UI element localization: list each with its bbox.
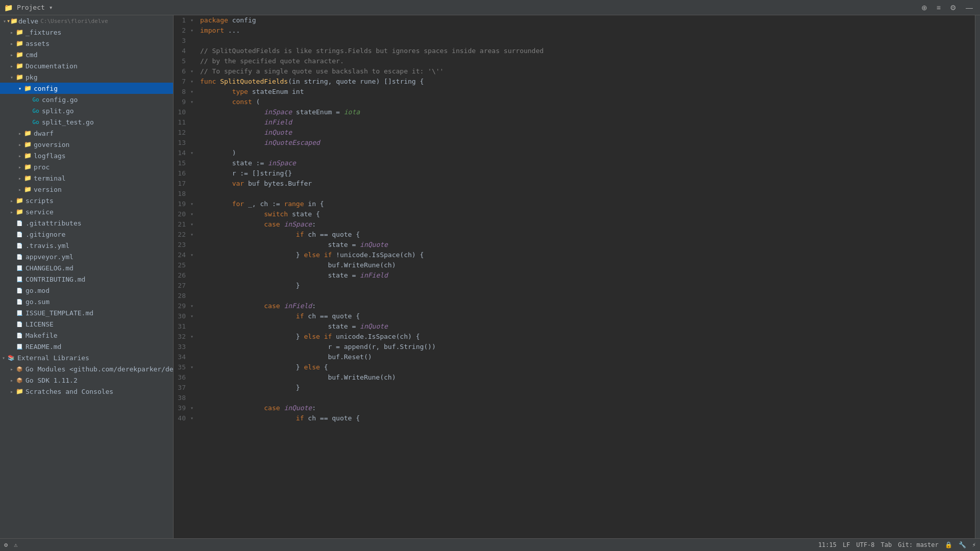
sidebar-item-logflags[interactable]: 📁 logflags — [0, 150, 173, 161]
arrow-dwarf — [16, 131, 23, 136]
sidebar-item-appveyor-yml[interactable]: 📄 appveyor.yml — [0, 251, 173, 262]
sidebar-item-dwarf[interactable]: 📁 dwarf — [0, 128, 173, 139]
sidebar-item-fixtures[interactable]: 📁 _fixtures — [0, 27, 173, 38]
fold-39[interactable]: ▾ — [188, 403, 196, 413]
sidebar-item-terminal[interactable]: 📁 terminal — [0, 172, 173, 184]
sidebar-item-service[interactable]: 📁 service — [0, 206, 173, 217]
fold-7[interactable]: ▾ — [188, 77, 196, 87]
status-indent[interactable]: Tab — [881, 541, 892, 548]
arrow-config — [16, 86, 23, 91]
sidebar-item-gitignore[interactable]: 📄 .gitignore — [0, 229, 173, 240]
arrow-goversion — [16, 142, 23, 147]
sidebar-item-changelog-md[interactable]: 📃 CHANGELOG.md — [0, 262, 173, 273]
folder-icon-logflags: 📁 — [23, 152, 32, 160]
file-icon-readme-md: 📃 — [15, 342, 23, 350]
status-icon-power[interactable]: ⚡ — [972, 541, 976, 548]
folder-icon-pkg: 📁 — [15, 73, 23, 81]
fold-21[interactable]: ▾ — [188, 219, 196, 230]
sidebar-item-proc[interactable]: 📁 proc — [0, 161, 173, 172]
status-line-ending[interactable]: LF — [843, 541, 850, 548]
tree-path-delve: C:\Users\flori\delve — [40, 18, 108, 24]
fold-35[interactable]: ▾ — [188, 362, 196, 372]
fold-22[interactable]: ▾ — [188, 230, 196, 240]
fold-32[interactable]: ▾ — [188, 332, 196, 342]
sidebar-item-external-libraries[interactable]: 📚 External Libraries — [0, 352, 173, 363]
sidebar-item-scripts[interactable]: 📁 scripts — [0, 195, 173, 206]
tree-label-scratches: Scratches and Consoles — [26, 388, 113, 395]
sidebar-item-contributing-md[interactable]: 📃 CONTRIBUTING.md — [0, 273, 173, 285]
go-modules-icon: 📦 — [15, 365, 23, 373]
tree-label-pkg: pkg — [26, 73, 37, 81]
sidebar-item-travis-yml[interactable]: 📄 .travis.yml — [0, 240, 173, 251]
arrow-service — [8, 209, 15, 215]
sidebar-item-go-modules[interactable]: 📦 Go Modules <github.com/derekparker/del… — [0, 363, 173, 374]
minimize-button[interactable]: — — [963, 3, 976, 13]
tree-label-scripts: scripts — [26, 197, 54, 205]
status-encoding[interactable]: UTF-8 — [856, 541, 874, 548]
fold-29[interactable]: ▾ — [188, 301, 196, 311]
tree-label-assets: assets — [26, 40, 50, 47]
tree-label-appveyor-yml: appveyor.yml — [26, 253, 74, 261]
tree-root-delve[interactable]: ▾📁 delve C:\Users\flori\delve — [0, 15, 173, 27]
arrow-proc — [16, 164, 23, 170]
sidebar-item-issue-template[interactable]: 📃 ISSUE_TEMPLATE.md — [0, 307, 173, 318]
fold-40[interactable]: ▾ — [188, 413, 196, 423]
fold-14[interactable]: ▾ — [188, 148, 196, 158]
file-icon-contributing-md: 📃 — [15, 275, 23, 283]
status-bar: ⚙ ⚠ 11:15 LF UTF-8 Tab Git: master 🔒 🔧 ⚡ — [0, 538, 980, 551]
fold-30[interactable]: ▾ — [188, 311, 196, 321]
sidebar-item-license[interactable]: 📄 LICENSE — [0, 318, 173, 330]
fold-19[interactable]: ▾ — [188, 199, 196, 209]
fold-1[interactable]: ▾ — [188, 15, 196, 26]
sidebar-item-version[interactable]: 📁 version — [0, 184, 173, 195]
status-cursor-position: 11:15 — [818, 541, 837, 548]
sidebar-item-config-go[interactable]: Go config.go — [0, 94, 173, 105]
tree-label-contributing-md: CONTRIBUTING.md — [26, 276, 85, 283]
file-icon-config-go: Go — [32, 95, 40, 104]
sidebar-item-config[interactable]: 📁 config — [0, 83, 173, 94]
arrow-scratches — [8, 389, 15, 394]
fold-2[interactable]: ▾ — [188, 26, 196, 36]
tree-label-issue-template: ISSUE_TEMPLATE.md — [26, 309, 93, 317]
arrow-terminal — [16, 176, 23, 181]
sidebar-item-scratches[interactable]: 📁 Scratches and Consoles — [0, 386, 173, 397]
sidebar-item-split-go[interactable]: Go split.go — [0, 105, 173, 116]
fold-8[interactable]: ▾ — [188, 87, 196, 97]
status-icon-settings[interactable]: ⚙ — [4, 541, 8, 548]
sidebar-tree: ▾📁 delve C:\Users\flori\delve 📁 _fixture… — [0, 15, 173, 538]
sidebar-item-makefile[interactable]: 📄 Makefile — [0, 330, 173, 341]
settings-button[interactable]: ⚙ — [947, 3, 960, 13]
sidebar-item-goversion[interactable]: 📁 goversion — [0, 139, 173, 150]
tree-label-go-sdk: Go SDK 1.11.2 — [26, 377, 78, 384]
sidebar-item-go-mod[interactable]: 📄 go.mod — [0, 285, 173, 296]
sidebar-item-assets[interactable]: 📁 assets — [0, 38, 173, 49]
fold-9[interactable]: ▾ — [188, 97, 196, 107]
fold-20[interactable]: ▾ — [188, 209, 196, 219]
collapse-all-button[interactable]: ≡ — [934, 3, 944, 13]
code-editor[interactable]: package config import ... // SplitQuoted… — [196, 15, 975, 538]
sidebar-item-cmd[interactable]: 📁 cmd — [0, 49, 173, 60]
editor-content[interactable]: 1 2 3 4 5 6 7 8 9 10 11 12 13 14 15 16 1… — [174, 15, 980, 538]
sidebar-item-readme-md[interactable]: 📃 README.md — [0, 341, 173, 352]
scrollbar-right[interactable] — [975, 15, 980, 538]
status-vcs[interactable]: Git: master — [898, 541, 938, 548]
fold-24[interactable]: ▾ — [188, 250, 196, 260]
arrow-go-sdk — [8, 378, 15, 383]
sidebar-item-pkg[interactable]: 📁 pkg — [0, 71, 173, 83]
sidebar-item-documentation[interactable]: 📁 Documentation — [0, 60, 173, 71]
tree-label-gitattributes: .gitattributes — [26, 219, 82, 227]
sidebar-item-split-test-go[interactable]: Go split_test.go — [0, 116, 173, 128]
file-icon-split-test-go: Go — [32, 118, 40, 126]
status-icon-lock: 🔒 — [945, 541, 952, 548]
title-dropdown-icon[interactable]: ▾ — [49, 4, 53, 11]
add-content-button[interactable]: ⊕ — [918, 3, 930, 13]
status-icon-tools[interactable]: 🔧 — [959, 541, 966, 548]
sidebar-item-go-sum[interactable]: 📄 go.sum — [0, 296, 173, 307]
tree-label-external-libraries: External Libraries — [17, 354, 89, 362]
title-bar-controls: ⊕ ≡ ⚙ — — [918, 3, 976, 13]
sidebar-item-go-sdk[interactable]: 📦 Go SDK 1.11.2 — [0, 374, 173, 386]
sidebar-item-gitattributes[interactable]: 📄 .gitattributes — [0, 217, 173, 229]
tree-label-config: config — [34, 85, 58, 92]
fold-6[interactable]: ▾ — [188, 66, 196, 77]
folder-icon-goversion: 📁 — [23, 140, 32, 148]
